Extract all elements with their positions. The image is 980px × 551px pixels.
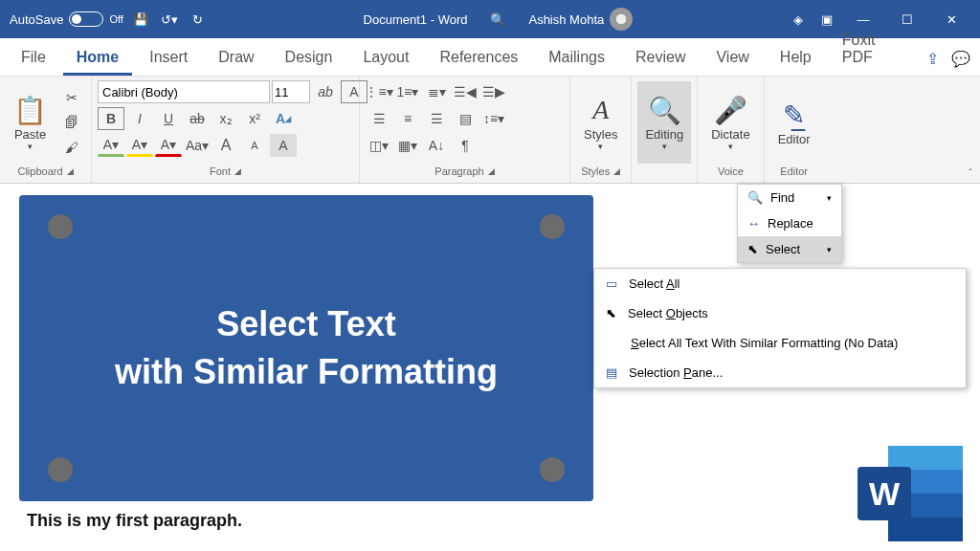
tab-help[interactable]: Help (767, 41, 825, 76)
save-icon[interactable]: 💾 (129, 8, 152, 31)
borders-icon[interactable]: ▦▾ (394, 134, 421, 157)
shrink-font-button[interactable]: A (241, 134, 268, 157)
selection-pane-label: Selection Pane... (629, 365, 723, 380)
clipboard-icon: 📋 (13, 93, 47, 127)
tab-view[interactable]: View (702, 41, 762, 76)
tab-draw[interactable]: Draw (205, 41, 267, 76)
select-item[interactable]: ⬉ Select ▾ (738, 236, 841, 262)
italic-button[interactable]: I (126, 107, 153, 130)
bullets-icon[interactable]: ⋮≡▾ (366, 80, 392, 103)
collapse-ribbon-icon[interactable]: ˆ (969, 167, 972, 179)
card-line1: Select Text (216, 304, 395, 344)
dialog-launcher-icon[interactable]: ◢ (234, 166, 241, 176)
close-button[interactable]: ✕ (932, 5, 970, 33)
superscript-button[interactable]: x² (241, 107, 268, 130)
replace-icon: ↔ (747, 216, 760, 231)
highlight2-button[interactable]: A▾ (126, 134, 153, 157)
dictate-button[interactable]: 🎤 Dictate ▾ (703, 81, 757, 164)
select-submenu: ▭ Select All ⬉ Select Objects Select All… (593, 268, 967, 388)
first-paragraph: This is my first paragraph. (27, 511, 242, 531)
group-styles: A Styles ▾ Styles◢ (570, 77, 632, 183)
show-marks-icon[interactable]: ¶ (452, 134, 479, 157)
tab-review[interactable]: Review (622, 41, 699, 76)
line-spacing-icon[interactable]: ↕≡▾ (480, 107, 507, 130)
diamond-icon[interactable]: ◈ (787, 8, 810, 31)
shading-icon[interactable]: ◫▾ (366, 134, 392, 157)
copy-icon[interactable]: 🗐 (58, 111, 85, 134)
text-effects-button[interactable]: A◢ (270, 107, 297, 130)
editor-icon: ✎̲ (783, 98, 805, 132)
font-name-input[interactable] (98, 80, 270, 103)
tab-references[interactable]: References (426, 41, 531, 76)
change-case-button[interactable]: Aa▾ (184, 134, 211, 157)
multilevel-icon[interactable]: ≣▾ (423, 80, 450, 103)
find-item[interactable]: 🔍 Find ▾ (738, 185, 841, 210)
word-badge: W (858, 467, 911, 520)
bold-button[interactable]: B (98, 107, 124, 130)
styles-button[interactable]: A Styles ▾ (576, 81, 625, 164)
redo-icon[interactable]: ↻ (187, 8, 210, 31)
font-size-input[interactable] (272, 80, 310, 103)
search-icon: 🔍 (747, 190, 763, 205)
dialog-launcher-icon[interactable]: ◢ (613, 166, 620, 176)
search-icon[interactable]: 🔍 (486, 8, 509, 31)
select-similar-item[interactable]: Select All Text With Similar Formatting … (594, 328, 966, 358)
autosave-toggle[interactable] (69, 11, 103, 27)
replace-item[interactable]: ↔ Replace (738, 210, 841, 236)
group-editing: 🔍 Editing ▾ (632, 77, 698, 183)
align-right-icon[interactable]: ☰ (423, 107, 450, 130)
cut-icon[interactable]: ✂ (58, 86, 85, 109)
undo-icon[interactable]: ↺▾ (158, 8, 181, 31)
dot-icon (48, 457, 73, 482)
editing-menu: 🔍 Find ▾ ↔ Replace ⬉ Select ▾ (737, 184, 842, 263)
selection-pane-item[interactable]: ▤ Selection Pane... (594, 358, 966, 387)
group-font: ab A B I U ab x₂ x² A◢ A▾ A▾ A▾ Aa▾ A A … (92, 77, 360, 183)
decrease-indent-icon[interactable]: ☰◀ (452, 80, 479, 103)
justify-icon[interactable]: ▤ (452, 107, 479, 130)
underline-button[interactable]: U (155, 107, 182, 130)
align-left-icon[interactable]: ☰ (366, 107, 392, 130)
search-icon: 🔍 (648, 93, 681, 127)
editor-button[interactable]: ✎̲ Editor (770, 81, 818, 164)
comments-icon[interactable]: 💬 (949, 47, 972, 70)
select-objects-item[interactable]: ⬉ Select Objects (594, 298, 966, 328)
highlight-button[interactable]: A▾ (98, 134, 124, 157)
group-voice: 🎤 Dictate ▾ Voice (698, 77, 764, 183)
share-icon[interactable]: ⇪ (921, 47, 944, 70)
cursor-icon: ⬉ (747, 242, 758, 256)
avatar[interactable] (610, 8, 633, 31)
select-all-label: Select All (629, 276, 679, 291)
tab-insert[interactable]: Insert (136, 41, 201, 76)
strike-button[interactable]: ab (184, 107, 211, 130)
tab-foxit-pdf[interactable]: Foxit PDF (829, 24, 917, 76)
group-clipboard: 📋 Paste ▾ ✂ 🗐 🖌 Clipboard◢ (0, 77, 92, 183)
tab-file[interactable]: File (8, 41, 59, 76)
align-center-icon[interactable]: ≡ (394, 107, 421, 130)
sort-icon[interactable]: A↓ (423, 134, 450, 157)
dialog-launcher-icon[interactable]: ◢ (67, 166, 74, 176)
select-all-item[interactable]: ▭ Select All (594, 269, 966, 298)
chevron-down-icon: ▾ (827, 245, 832, 254)
tab-design[interactable]: Design (272, 41, 346, 76)
format-painter-icon[interactable]: 🖌 (58, 136, 85, 159)
chevron-down-icon: ▾ (827, 193, 832, 203)
tab-mailings[interactable]: Mailings (535, 41, 618, 76)
dialog-launcher-icon[interactable]: ◢ (488, 166, 495, 176)
grow-font-button[interactable]: A (212, 134, 239, 157)
tab-home[interactable]: Home (63, 41, 132, 76)
group-editor: ✎̲ Editor Editor (765, 77, 824, 183)
subscript-button[interactable]: x₂ (212, 107, 239, 130)
styles-icon: A (592, 93, 609, 127)
pane-icon: ▤ (606, 365, 617, 380)
font-color-button[interactable]: A▾ (155, 134, 182, 157)
char-shading-button[interactable]: A (270, 134, 297, 157)
tab-layout[interactable]: Layout (349, 41, 422, 76)
mic-icon: 🎤 (714, 93, 747, 127)
editing-button[interactable]: 🔍 Editing ▾ (637, 81, 691, 164)
clear-format-icon[interactable]: ab (312, 80, 339, 103)
increase-indent-icon[interactable]: ☰▶ (480, 80, 507, 103)
paste-button[interactable]: 📋 Paste ▾ (6, 81, 55, 164)
title-card: Select Text with Similar Formatting (19, 195, 593, 501)
numbering-icon[interactable]: 1≡▾ (394, 80, 421, 103)
select-objects-label: Select Objects (628, 306, 708, 320)
